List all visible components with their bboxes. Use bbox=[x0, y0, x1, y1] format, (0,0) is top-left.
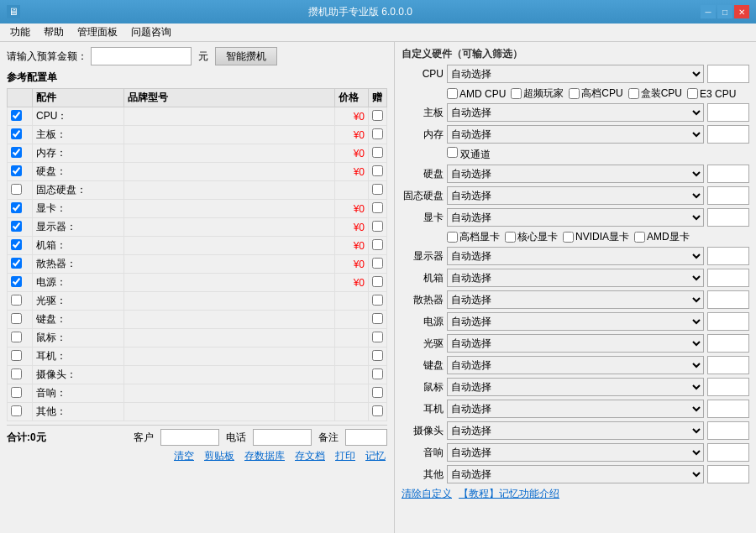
row-checkbox-12[interactable] bbox=[11, 332, 22, 342]
amd-gpu-checkbox[interactable]: AMD显卡 bbox=[634, 230, 690, 244]
gift-checkbox-2[interactable] bbox=[372, 147, 383, 158]
menu-item-support[interactable]: 问题咨询 bbox=[124, 24, 178, 41]
optical-input[interactable] bbox=[707, 334, 749, 353]
highend-cpu-check[interactable] bbox=[569, 88, 580, 99]
phone-input[interactable] bbox=[253, 429, 312, 446]
highend-gpu-check[interactable] bbox=[447, 232, 458, 243]
motherboard-select[interactable]: 自动选择 bbox=[447, 103, 704, 122]
clear-button[interactable]: 清空 bbox=[172, 449, 196, 463]
keyboard-input[interactable] bbox=[707, 356, 749, 374]
nvidia-check[interactable] bbox=[563, 232, 574, 243]
gpu-select[interactable]: 自动选择 bbox=[447, 208, 704, 227]
igpu-checkbox[interactable]: 核心显卡 bbox=[505, 230, 558, 244]
model-input-0[interactable] bbox=[128, 109, 331, 124]
model-input-4[interactable] bbox=[128, 183, 331, 198]
model-input-13[interactable] bbox=[128, 349, 331, 364]
motherboard-input[interactable] bbox=[707, 103, 749, 122]
nvidia-checkbox[interactable]: NVIDIA显卡 bbox=[563, 230, 629, 244]
cooler-input[interactable] bbox=[707, 290, 749, 309]
gift-checkbox-9[interactable] bbox=[372, 276, 383, 287]
model-input-6[interactable] bbox=[128, 220, 331, 235]
customer-input[interactable] bbox=[160, 429, 219, 446]
menu-item-function[interactable]: 功能 bbox=[3, 24, 37, 41]
model-input-9[interactable] bbox=[128, 275, 331, 290]
case-input[interactable] bbox=[707, 269, 749, 287]
webcam-input[interactable] bbox=[707, 421, 749, 440]
model-input-12[interactable] bbox=[128, 331, 331, 346]
boxed-cpu-checkbox[interactable]: 盒装CPU bbox=[628, 86, 682, 101]
menu-item-help[interactable]: 帮助 bbox=[37, 24, 71, 41]
webcam-select[interactable]: 自动选择 bbox=[447, 421, 704, 440]
model-input-3[interactable] bbox=[128, 165, 331, 180]
gift-checkbox-13[interactable] bbox=[372, 350, 383, 361]
clipboard-button[interactable]: 剪贴板 bbox=[202, 449, 236, 463]
amd-cpu-checkbox[interactable]: AMD CPU bbox=[447, 88, 506, 100]
speaker-select[interactable]: 自动选择 bbox=[447, 443, 704, 462]
menu-item-panel[interactable]: 管理面板 bbox=[71, 24, 124, 41]
row-checkbox-5[interactable] bbox=[11, 202, 22, 213]
amd-gpu-check[interactable] bbox=[634, 232, 645, 243]
dual-channel-checkbox[interactable]: 双通道 bbox=[447, 149, 491, 160]
model-input-1[interactable] bbox=[128, 128, 331, 143]
gift-checkbox-8[interactable] bbox=[372, 258, 383, 269]
print-button[interactable]: 打印 bbox=[333, 449, 357, 463]
psu-select[interactable]: 自动选择 bbox=[447, 312, 704, 331]
speaker-input[interactable] bbox=[707, 443, 749, 462]
row-checkbox-0[interactable] bbox=[11, 110, 22, 121]
monitor-input[interactable] bbox=[707, 247, 749, 265]
row-checkbox-8[interactable] bbox=[11, 258, 22, 269]
model-input-2[interactable] bbox=[128, 146, 331, 161]
monitor-select[interactable]: 自动选择 bbox=[447, 247, 704, 265]
headphone-input[interactable] bbox=[707, 400, 749, 418]
gift-checkbox-14[interactable] bbox=[372, 368, 383, 379]
row-checkbox-15[interactable] bbox=[11, 387, 22, 398]
gift-checkbox-16[interactable] bbox=[372, 405, 383, 416]
optical-select[interactable]: 自动选择 bbox=[447, 334, 704, 353]
gift-checkbox-1[interactable] bbox=[372, 128, 383, 139]
minimize-button[interactable]: ─ bbox=[701, 5, 716, 18]
row-checkbox-3[interactable] bbox=[11, 165, 22, 176]
model-input-5[interactable] bbox=[128, 201, 331, 217]
model-input-16[interactable] bbox=[128, 405, 331, 420]
model-input-7[interactable] bbox=[128, 238, 331, 253]
memory-select[interactable]: 自动选择 bbox=[447, 125, 704, 144]
ssd-select[interactable]: 自动选择 bbox=[447, 186, 704, 205]
remember-button[interactable]: 记忆 bbox=[364, 449, 387, 463]
gift-checkbox-6[interactable] bbox=[372, 221, 383, 232]
clear-custom-button[interactable]: 清除自定义 bbox=[402, 487, 452, 501]
psu-input[interactable] bbox=[707, 312, 749, 331]
note-input[interactable] bbox=[345, 429, 387, 446]
smart-button[interactable]: 智能攒机 bbox=[215, 47, 277, 65]
case-select[interactable]: 自动选择 bbox=[447, 269, 704, 287]
highend-gpu-checkbox[interactable]: 高档显卡 bbox=[447, 230, 500, 244]
e3-cpu-check[interactable] bbox=[687, 88, 698, 99]
cooler-select[interactable]: 自动选择 bbox=[447, 290, 704, 309]
row-checkbox-4[interactable] bbox=[11, 184, 22, 195]
mouse-input[interactable] bbox=[707, 378, 749, 396]
gift-checkbox-4[interactable] bbox=[372, 184, 383, 195]
gift-checkbox-0[interactable] bbox=[372, 110, 383, 121]
row-checkbox-16[interactable] bbox=[11, 405, 22, 416]
overclock-check[interactable] bbox=[511, 88, 522, 99]
memory-input[interactable] bbox=[707, 125, 749, 144]
hdd-select[interactable]: 自动选择 bbox=[447, 165, 704, 183]
gift-checkbox-3[interactable] bbox=[372, 165, 383, 176]
budget-input[interactable] bbox=[91, 47, 192, 65]
restore-button[interactable]: □ bbox=[717, 5, 732, 18]
tutorial-button[interactable]: 【教程】记忆功能介绍 bbox=[459, 487, 559, 501]
model-input-14[interactable] bbox=[128, 368, 331, 383]
gpu-input[interactable] bbox=[707, 208, 749, 227]
boxed-cpu-check[interactable] bbox=[628, 88, 639, 99]
model-input-15[interactable] bbox=[128, 386, 331, 401]
cpu-select[interactable]: 自动选择 bbox=[447, 65, 704, 83]
cpu-input[interactable] bbox=[707, 65, 749, 83]
close-button[interactable]: ✕ bbox=[734, 5, 749, 18]
hdd-input[interactable] bbox=[707, 165, 749, 183]
row-checkbox-1[interactable] bbox=[11, 128, 22, 139]
gift-checkbox-15[interactable] bbox=[372, 387, 383, 398]
save-doc-button[interactable]: 存文档 bbox=[293, 449, 327, 463]
row-checkbox-9[interactable] bbox=[11, 276, 22, 287]
row-checkbox-2[interactable] bbox=[11, 147, 22, 158]
gift-checkbox-10[interactable] bbox=[372, 295, 383, 306]
keyboard-select[interactable]: 自动选择 bbox=[447, 356, 704, 374]
